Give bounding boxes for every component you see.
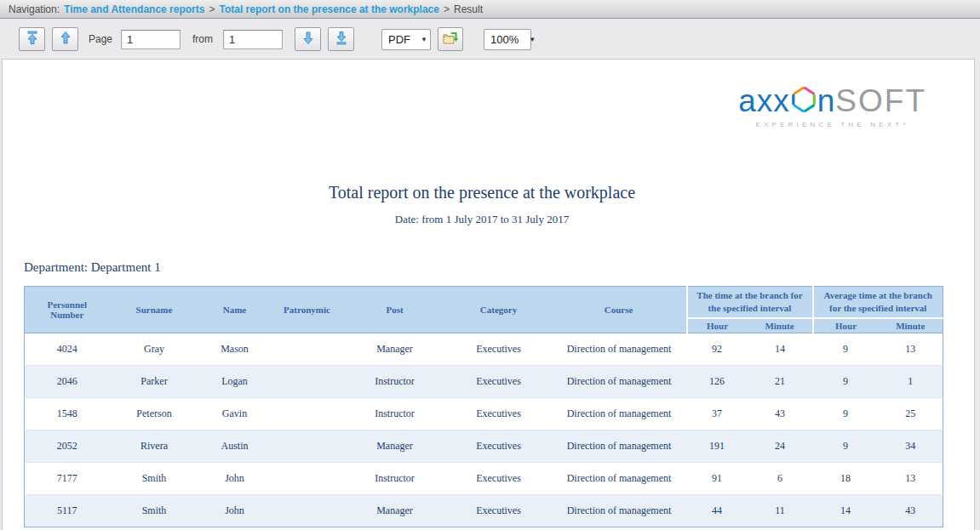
table-cell: 13 <box>879 333 943 365</box>
next-page-button[interactable] <box>295 27 321 51</box>
group-column-header: Average time at the branch for the speci… <box>813 287 943 318</box>
page-number-input[interactable] <box>121 30 181 49</box>
column-header: Personnel Number <box>25 287 110 333</box>
report-toolbar: Page from PDF ▼ 100% ▼ <box>0 20 980 59</box>
hexagon-logo-icon <box>791 85 817 117</box>
table-cell: Mason <box>199 333 271 365</box>
table-cell: Executives <box>446 333 552 365</box>
column-header: Patronymic <box>271 287 344 333</box>
table-cell: John <box>199 494 271 527</box>
table-cell: 191 <box>687 430 748 462</box>
breadcrumb-separator: > <box>444 3 450 15</box>
breadcrumb-link-total-report[interactable]: Total report on the presence at the work… <box>219 3 439 15</box>
export-report-button[interactable] <box>438 27 463 51</box>
table-cell: 9 <box>813 397 879 430</box>
zoom-level-value: 100% <box>490 33 519 46</box>
table-cell: Peterson <box>110 397 199 430</box>
sub-column-header: Hour <box>687 318 748 333</box>
logo-text-axx: axx <box>738 86 790 117</box>
table-cell: Smith <box>110 462 199 494</box>
table-cell: 4024 <box>25 333 110 365</box>
report-title: Total report on the presence at the work… <box>24 183 940 202</box>
arrow-up-icon <box>59 31 72 48</box>
export-format-select[interactable]: PDF ▼ <box>381 29 431 50</box>
table-cell: Direction of management <box>552 365 687 397</box>
table-cell: 2046 <box>25 365 110 397</box>
logo-text-n: n <box>817 86 836 117</box>
table-cell: 24 <box>748 430 813 462</box>
table-cell: Instructor <box>344 462 446 494</box>
department-label: Department: Department 1 <box>24 260 974 275</box>
table-header: Personnel NumberSurnameNamePatronymicPos… <box>25 287 943 333</box>
table-cell: Executives <box>446 397 552 430</box>
table-row: 2052RiveraAustinManagerExecutivesDirecti… <box>25 430 943 462</box>
table-cell: 92 <box>687 333 748 365</box>
table-cell: 21 <box>748 365 813 397</box>
table-cell: 9 <box>813 430 879 462</box>
table-cell: 43 <box>748 397 813 430</box>
attendance-table: Personnel NumberSurnameNamePatronymicPos… <box>24 286 943 527</box>
table-cell: Gray <box>110 333 199 365</box>
table-cell: 5117 <box>25 494 110 527</box>
zoom-level-select[interactable]: 100% ▼ <box>484 29 531 50</box>
table-cell <box>271 462 344 494</box>
from-label: from <box>192 33 213 45</box>
table-cell: 9 <box>813 333 879 365</box>
column-header: Category <box>446 287 552 333</box>
table-cell: 14 <box>748 333 813 365</box>
first-page-icon <box>26 31 39 48</box>
table-cell: Executives <box>446 430 552 462</box>
previous-page-button[interactable] <box>52 27 78 51</box>
table-cell: 7177 <box>25 462 110 494</box>
table-row: 5117SmithJohnManagerExecutivesDirection … <box>25 494 943 527</box>
breadcrumb-link-time-attendance[interactable]: Time and Attendance reports <box>64 3 204 15</box>
table-cell: 9 <box>813 365 879 397</box>
table-cell <box>271 430 344 462</box>
table-cell: Manager <box>344 333 446 365</box>
table-cell: Direction of management <box>552 462 687 494</box>
table-cell: 126 <box>687 365 748 397</box>
table-cell: 91 <box>687 462 748 494</box>
table-body: 4024GrayMasonManagerExecutivesDirection … <box>25 333 943 527</box>
first-page-button[interactable] <box>19 27 45 51</box>
table-cell: 6 <box>748 462 813 494</box>
table-cell <box>271 494 344 527</box>
table-cell: Direction of management <box>552 397 687 430</box>
column-header: Name <box>199 287 271 333</box>
breadcrumb-separator: > <box>209 3 215 15</box>
logo-text-soft: SOFT <box>835 86 926 117</box>
table-cell: Direction of management <box>552 494 687 527</box>
table-row: 7177SmithJohnInstructorExecutivesDirecti… <box>25 462 943 494</box>
table-cell: Parker <box>110 365 199 397</box>
table-cell <box>271 397 344 430</box>
table-cell: Executives <box>446 365 552 397</box>
chevron-down-icon: ▼ <box>529 36 536 43</box>
export-format-value: PDF <box>388 33 410 46</box>
last-page-button[interactable] <box>328 27 354 51</box>
table-cell: Executives <box>446 494 552 527</box>
sub-column-header: Minute <box>879 318 943 333</box>
table-cell: Instructor <box>344 365 446 397</box>
table-cell <box>271 333 344 365</box>
logo-tagline: EXPERIENCE THE NEXT* <box>738 121 926 128</box>
total-pages-input[interactable] <box>223 30 283 49</box>
table-cell: Austin <box>199 430 271 462</box>
table-cell: 11 <box>748 494 813 527</box>
table-cell: 1548 <box>25 397 110 430</box>
table-cell: 18 <box>813 462 879 494</box>
table-row: 4024GrayMasonManagerExecutivesDirection … <box>25 333 943 365</box>
arrow-down-icon <box>301 31 315 48</box>
table-cell <box>271 365 344 397</box>
chevron-down-icon: ▼ <box>421 36 427 43</box>
page-label: Page <box>89 33 112 45</box>
table-cell: 44 <box>687 494 748 527</box>
table-cell: John <box>199 462 271 494</box>
table-cell: 37 <box>687 397 748 430</box>
table-row: 2046ParkerLoganInstructorExecutivesDirec… <box>25 365 943 397</box>
table-cell: Executives <box>446 462 552 494</box>
sub-column-header: Hour <box>813 318 879 333</box>
report-page: axx n SOFT EXPERIENCE THE NEXT* Total re… <box>2 59 975 530</box>
table-cell: 2052 <box>25 430 110 462</box>
sub-column-header: Minute <box>748 318 813 333</box>
breadcrumb-current-result: Result <box>454 3 483 15</box>
